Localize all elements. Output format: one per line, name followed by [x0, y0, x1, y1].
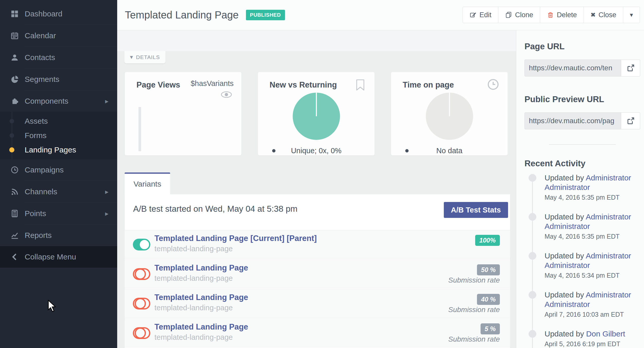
variant-weight-badge: 50 %	[477, 264, 500, 275]
card-title: Time on page	[403, 80, 454, 90]
eye-icon	[221, 91, 232, 98]
divider	[549, 144, 616, 145]
variant-toggle-off[interactable]	[133, 268, 150, 280]
activity-action: Updated by	[545, 330, 586, 338]
sidebar-item-components[interactable]: Components ▸	[0, 90, 117, 112]
close-icon: ✖	[591, 11, 596, 18]
details-toggle-label: DETAILS	[136, 54, 160, 60]
trash-icon	[547, 11, 554, 18]
chevron-right-icon: ▸	[105, 97, 108, 105]
activity-entry: Updated by Don Gilbert April 5, 2016 6:1…	[525, 329, 641, 348]
page-url-input[interactable]	[525, 60, 621, 76]
clone-button[interactable]: Clone	[498, 7, 540, 23]
caret-down-icon: ▼	[130, 55, 133, 60]
dashboard-icon	[10, 9, 19, 18]
delete-button[interactable]: Delete	[540, 7, 584, 23]
preview-url-input[interactable]	[525, 112, 621, 129]
sidebar-item-label: Contacts	[25, 53, 55, 62]
contacts-icon	[10, 53, 19, 62]
sidebar-item-label: Calendar	[25, 31, 56, 40]
timeline-dot	[529, 330, 536, 338]
activity-action: Updated by	[545, 291, 586, 299]
page-views-card: Page Views $hasVariants	[125, 72, 242, 156]
mautic-landing-page-detail: { "icons": { "caret_down": "▼", "caret_s…	[0, 0, 644, 348]
close-button[interactable]: ✖ Close	[584, 7, 623, 23]
action-button-group: Edit Clone Delete ✖ Close ▾	[463, 7, 640, 23]
toggle-knob	[135, 268, 146, 280]
edit-button[interactable]: Edit	[463, 7, 499, 23]
activity-entry: Updated by Administrator Administrator A…	[525, 290, 641, 329]
tab-variants[interactable]: Variants	[125, 172, 170, 194]
sidebar-item-channels[interactable]: Channels ▸	[0, 181, 117, 202]
sidebar-item-calendar[interactable]: Calendar	[0, 25, 117, 46]
variant-row: Templated Landing Page templated-landing…	[125, 259, 510, 288]
more-actions-dropdown-button[interactable]: ▾	[623, 7, 640, 23]
tab-label: Variants	[134, 180, 161, 188]
variant-row: Templated Landing Page templated-landing…	[125, 318, 510, 347]
components-icon	[10, 97, 19, 105]
sidebar-item-campaigns[interactable]: Campaigns	[0, 159, 117, 181]
card-title: New vs Returning	[270, 80, 337, 90]
time-on-page-pie-chart	[426, 93, 473, 140]
collapse-menu-label: Collapse Menu	[25, 253, 76, 261]
activity-action: Updated by	[545, 212, 586, 221]
activity-date: April 5, 2016 6:19 pm EDT	[545, 340, 641, 348]
sidebar-item-label: Points	[25, 209, 46, 218]
sidebar-item-points[interactable]: Points ▸	[0, 203, 117, 224]
caret-down-icon: ▾	[630, 11, 633, 18]
timeline-dot	[529, 174, 536, 182]
calendar-icon	[10, 31, 19, 40]
activity-entry: Updated by Administrator Administrator M…	[525, 251, 641, 290]
status-badge: PUBLISHED	[246, 10, 285, 20]
variant-toggle-on[interactable]	[133, 239, 150, 250]
variant-slug: templated-landing-page	[154, 304, 233, 312]
pencil-icon	[470, 11, 477, 18]
open-page-url-button[interactable]	[621, 60, 640, 76]
preview-url-heading: Public Preview URL	[525, 94, 604, 104]
page-title: Templated Landing Page	[125, 9, 239, 21]
channels-icon	[10, 187, 19, 196]
variant-toggle-off[interactable]	[133, 298, 150, 310]
external-link-icon	[627, 117, 635, 125]
variant-title-link[interactable]: Templated Landing Page	[154, 293, 248, 302]
variant-title-link[interactable]: Templated Landing Page	[154, 322, 248, 332]
details-toggle-button[interactable]: ▼ DETAILS	[124, 51, 165, 63]
clock-icon	[487, 78, 499, 91]
points-icon	[10, 209, 19, 218]
activity-user-link[interactable]: Don Gilbert	[586, 330, 625, 338]
variant-title-link[interactable]: Templated Landing Page [Current] [Parent…	[154, 234, 317, 243]
toggle-knob	[140, 240, 149, 249]
submission-rate-label: Submission rate	[448, 306, 500, 314]
sidebar-item-assets[interactable]: Assets	[0, 114, 117, 128]
ab-test-stats-button[interactable]: A/B Test Stats	[444, 202, 508, 218]
sidebar-item-label: Channels	[25, 187, 57, 196]
empty-chart-axis-bar	[139, 107, 141, 151]
copy-icon	[505, 11, 512, 18]
variant-weight-badge: 5 %	[481, 323, 500, 334]
sidebar-item-landing-pages[interactable]: Landing Pages	[0, 143, 117, 157]
variant-toggle-off[interactable]	[133, 327, 150, 339]
activity-entry: Updated by Administrator Administrator M…	[525, 173, 641, 212]
toggle-knob	[135, 327, 146, 339]
variant-row: Templated Landing Page [Current] [Parent…	[125, 230, 510, 259]
right-panel: Page URL Public Preview URL Recent Activ…	[516, 30, 644, 348]
sidebar-item-label: Campaigns	[25, 166, 64, 174]
variant-slug: templated-landing-page	[154, 333, 233, 342]
clone-button-label: Clone	[515, 11, 533, 19]
sidebar-item-dashboard[interactable]: Dashboard	[0, 3, 117, 25]
variant-title-link[interactable]: Templated Landing Page	[154, 263, 248, 273]
variant-slug: templated-landing-page	[154, 274, 233, 283]
submission-rate-label: Submission rate	[448, 276, 500, 284]
sidebar-item-contacts[interactable]: Contacts	[0, 47, 117, 68]
sidebar-item-label: Dashboard	[25, 9, 62, 18]
sidebar-item-reports[interactable]: Reports	[0, 225, 117, 246]
activity-entry: Updated by Administrator Administrator M…	[525, 212, 641, 251]
open-preview-url-button[interactable]	[621, 112, 640, 129]
sidebar-item-forms[interactable]: Forms	[0, 128, 117, 143]
variant-weight-badge: 40 %	[477, 294, 500, 305]
variant-slug: templated-landing-page	[154, 245, 233, 253]
collapse-menu-button[interactable]: Collapse Menu	[0, 246, 117, 268]
activity-date: May 4, 2016 5:34 pm EDT	[545, 272, 641, 279]
ab-test-heading: A/B test started on Wed, May 04 at 5:38 …	[133, 204, 298, 214]
sidebar-item-segments[interactable]: Segments	[0, 69, 117, 90]
